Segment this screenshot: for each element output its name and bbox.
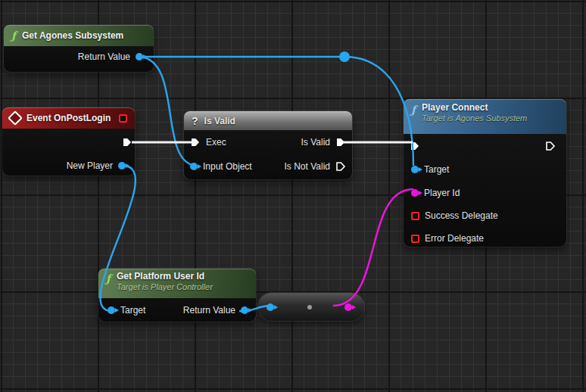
pin-target[interactable]	[108, 306, 115, 314]
pin-label-is-not-valid: Is Not Valid	[285, 161, 330, 172]
pin-input-object[interactable]	[190, 163, 198, 170]
pin-label-is-valid: Is Valid	[301, 137, 330, 148]
pin-is-not-valid-out[interactable]	[335, 161, 346, 172]
node-title: Player Connect	[422, 102, 527, 113]
event-icon	[8, 110, 23, 126]
node-title: Is Valid	[204, 116, 235, 126]
pin-exec-in[interactable]	[190, 137, 201, 148]
node-player-connect[interactable]: ƒ Player Connect Target is Agones Subsys…	[404, 99, 566, 247]
delegate-pin-icon[interactable]	[119, 114, 127, 123]
node-get-agones-subsystem[interactable]: ƒ Get Agones Subsystem Return Value	[4, 25, 154, 72]
node-event-onpostlogin[interactable]: Event OnPostLogin New Player	[2, 107, 135, 176]
pin-label-new-player: New Player	[67, 160, 113, 171]
pin-label-target: Target	[120, 305, 145, 316]
pin-label-target: Target	[424, 164, 449, 175]
pin-exec-out[interactable]	[545, 141, 556, 151]
pin-label-success-delegate: Success Delegate	[425, 210, 498, 221]
conversion-node[interactable]	[258, 293, 364, 321]
blueprint-graph-canvas[interactable]: ƒ Get Agones Subsystem Return Value Even…	[0, 0, 586, 392]
pin-player-id[interactable]	[411, 189, 419, 197]
node-subtitle: Target is Agones Subsystem	[422, 114, 527, 123]
node-title: Get Agones Subsystem	[22, 30, 123, 41]
node-subtitle: Target is Player Controller	[117, 282, 213, 291]
pin-return-value[interactable]	[241, 306, 248, 314]
collapsed-dot-icon	[307, 305, 312, 310]
node-header[interactable]: Event OnPostLogin	[2, 107, 135, 129]
function-icon: ƒ	[11, 30, 16, 41]
node-title: Event OnPostLogin	[26, 113, 111, 123]
pin-return-value[interactable]	[136, 53, 143, 61]
node-header[interactable]: ƒ Get Agones Subsystem	[4, 25, 154, 46]
pin-conversion-in[interactable]	[267, 303, 274, 311]
node-is-valid[interactable]: ? Is Valid Exec Is Valid Input Object Is…	[184, 111, 352, 179]
node-header[interactable]: ƒ Get Platform User Id Target is Player …	[98, 269, 256, 298]
pin-success-delegate[interactable]	[411, 212, 419, 220]
node-title: Get Platform User Id	[117, 271, 213, 282]
pin-label-input-object: Input Object	[203, 161, 252, 172]
node-get-platform-user-id[interactable]: ƒ Get Platform User Id Target is Player …	[98, 269, 256, 322]
function-icon: ƒ	[106, 273, 111, 284]
pin-is-valid-out[interactable]	[335, 137, 346, 148]
pin-label-error-delegate: Error Delegate	[425, 233, 484, 244]
pin-label-return-value: Return Value	[78, 51, 130, 62]
pin-target[interactable]	[411, 166, 419, 173]
pin-label-return-value: Return Value	[183, 305, 235, 316]
pin-conversion-out[interactable]	[344, 303, 352, 311]
function-icon: ƒ	[411, 104, 416, 115]
pin-exec-in[interactable]	[410, 141, 420, 151]
wire-conversion-to-playerid[interactable]	[333, 189, 413, 306]
question-icon: ?	[192, 116, 198, 126]
pin-label-player-id: Player Id	[424, 188, 460, 198]
pin-label-exec: Exec	[206, 137, 226, 148]
pin-exec-out[interactable]	[122, 137, 132, 148]
node-header[interactable]: ƒ Player Connect Target is Agones Subsys…	[404, 99, 566, 134]
pin-new-player[interactable]	[118, 162, 126, 170]
reroute-node[interactable]	[339, 51, 350, 62]
node-header[interactable]: ? Is Valid	[184, 111, 352, 130]
pin-error-delegate[interactable]	[411, 235, 419, 243]
